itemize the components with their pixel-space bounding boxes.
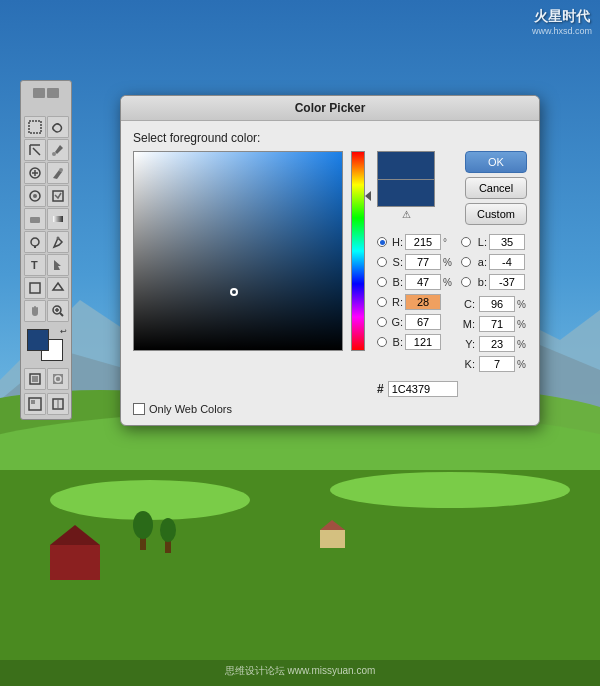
radio-a[interactable] xyxy=(461,257,471,267)
web-colors-checkbox[interactable] xyxy=(133,403,145,415)
radio-b-lab[interactable] xyxy=(461,277,471,287)
dialog-title: Color Picker xyxy=(295,101,366,115)
spectrum-slider[interactable] xyxy=(351,151,365,351)
svg-point-35 xyxy=(31,238,39,246)
tool-quickmask-on[interactable] xyxy=(47,368,69,390)
svg-line-24 xyxy=(33,148,40,155)
web-colors-label: Only Web Colors xyxy=(149,403,232,415)
tool-hand[interactable] xyxy=(24,300,46,322)
svg-point-29 xyxy=(59,168,63,172)
svg-marker-40 xyxy=(53,283,63,290)
radio-l[interactable] xyxy=(461,237,471,247)
tool-brush[interactable] xyxy=(47,162,69,184)
tool-dodge[interactable] xyxy=(24,231,46,253)
input-k[interactable] xyxy=(479,356,515,372)
svg-point-13 xyxy=(133,511,153,539)
cancel-button[interactable]: Cancel xyxy=(465,177,527,199)
tool-screen-mode2[interactable] xyxy=(47,393,69,415)
tool-history[interactable] xyxy=(47,185,69,207)
hex-input[interactable] xyxy=(388,381,458,397)
svg-rect-10 xyxy=(50,545,100,580)
dialog-titlebar: Color Picker xyxy=(121,96,539,121)
watermark-bottom: 思维设计论坛 www.missyuan.com xyxy=(225,664,376,678)
radio-s[interactable] xyxy=(377,257,387,267)
reset-colors-icon[interactable]: ↩ xyxy=(60,327,67,336)
svg-point-8 xyxy=(50,480,250,520)
spectrum-slider-wrap[interactable] xyxy=(351,151,369,351)
app-title: 火星时代 xyxy=(532,8,592,26)
svg-rect-21 xyxy=(29,121,41,133)
new-color-preview xyxy=(377,151,435,179)
svg-point-15 xyxy=(160,518,176,542)
custom-button[interactable]: Custom xyxy=(465,203,527,225)
tool-path-select[interactable] xyxy=(47,254,69,276)
app-website: www.hxsd.com xyxy=(532,26,592,36)
svg-point-31 xyxy=(33,194,37,198)
svg-line-42 xyxy=(60,313,63,316)
svg-rect-20 xyxy=(47,88,59,98)
svg-rect-33 xyxy=(30,217,40,223)
tool-eyedropper[interactable] xyxy=(47,139,69,161)
svg-text:T: T xyxy=(31,259,38,271)
radio-bv[interactable] xyxy=(377,337,387,347)
input-g[interactable] xyxy=(405,314,441,330)
color-field[interactable] xyxy=(133,151,343,351)
fg-color-swatch[interactable] xyxy=(27,329,49,351)
input-l[interactable] xyxy=(489,234,525,250)
tool-crop[interactable] xyxy=(24,139,46,161)
tool-screen-mode[interactable] xyxy=(24,393,46,415)
input-r[interactable] xyxy=(405,294,441,310)
input-m[interactable] xyxy=(479,316,515,332)
out-of-gamut-icon[interactable]: ⚠ xyxy=(377,209,435,220)
tool-shape[interactable] xyxy=(24,277,46,299)
current-color-preview xyxy=(377,179,435,207)
tool-eraser[interactable] xyxy=(24,208,46,230)
watermark-top: 火星时代 www.hxsd.com xyxy=(532,8,592,36)
svg-rect-46 xyxy=(32,376,38,382)
dialog-subtitle: Select foreground color: xyxy=(133,131,527,145)
input-h[interactable] xyxy=(405,234,441,250)
ok-button[interactable]: OK xyxy=(465,151,527,173)
input-y[interactable] xyxy=(479,336,515,352)
input-b-lab[interactable] xyxy=(489,274,525,290)
svg-rect-34 xyxy=(53,216,63,222)
color-field-wrap[interactable] xyxy=(133,151,343,351)
input-s[interactable] xyxy=(405,254,441,270)
tool-marquee-rect[interactable] xyxy=(24,116,46,138)
radio-h[interactable] xyxy=(377,237,387,247)
web-colors-row: Only Web Colors xyxy=(133,403,527,415)
svg-rect-32 xyxy=(53,191,63,201)
svg-rect-50 xyxy=(31,400,35,404)
color-picker-dialog: Color Picker Select foreground color: xyxy=(120,95,540,426)
tool-gradient[interactable] xyxy=(47,208,69,230)
input-c[interactable] xyxy=(479,296,515,312)
tool-clone[interactable] xyxy=(24,185,46,207)
tool-zoom[interactable] xyxy=(47,300,69,322)
tool-heal[interactable] xyxy=(24,162,46,184)
svg-rect-16 xyxy=(320,530,345,548)
input-bv[interactable] xyxy=(405,334,441,350)
toolbar: T ↩ xyxy=(20,80,72,420)
tool-marquee-lasso[interactable] xyxy=(47,116,69,138)
input-a[interactable] xyxy=(489,254,525,270)
svg-rect-19 xyxy=(33,88,45,98)
tool-pen[interactable] xyxy=(47,231,69,253)
input-b[interactable] xyxy=(405,274,441,290)
svg-rect-39 xyxy=(30,283,40,293)
tool-text[interactable]: T xyxy=(24,254,46,276)
radio-g[interactable] xyxy=(377,317,387,327)
tool-quickmask-off[interactable] xyxy=(24,368,46,390)
right-panel: ⚠ OK Cancel Custom xyxy=(377,151,527,397)
svg-point-9 xyxy=(330,472,570,508)
svg-point-25 xyxy=(52,152,56,156)
radio-b[interactable] xyxy=(377,277,387,287)
tool-3d[interactable] xyxy=(47,277,69,299)
spectrum-arrow xyxy=(365,191,371,201)
radio-r[interactable] xyxy=(377,297,387,307)
svg-point-37 xyxy=(56,237,59,240)
